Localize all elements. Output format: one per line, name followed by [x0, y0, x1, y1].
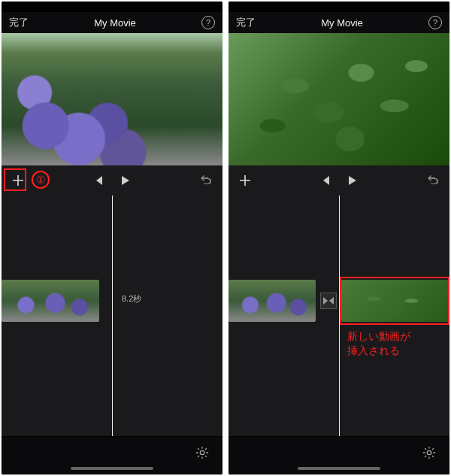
help-icon[interactable]: ?	[428, 16, 442, 29]
playhead[interactable]	[112, 196, 113, 436]
settings-button[interactable]	[418, 441, 440, 464]
clip-1[interactable]	[2, 280, 99, 322]
add-media-button[interactable]	[235, 170, 256, 191]
annotation-line-1: 新しい動画が	[347, 330, 410, 342]
playhead[interactable]	[339, 196, 340, 436]
undo-button[interactable]	[194, 169, 216, 192]
annotation-badge-1: ①	[32, 171, 50, 189]
annotation-line-2: 挿入される	[347, 344, 400, 356]
help-icon[interactable]: ?	[201, 16, 215, 29]
undo-button[interactable]	[421, 169, 443, 192]
clip-duration-label: 8.2秒	[122, 293, 141, 305]
transition-icon[interactable]	[320, 293, 337, 309]
done-button[interactable]: 完了	[9, 16, 29, 29]
bottom-bar	[2, 437, 222, 474]
svg-point-0	[200, 450, 204, 454]
preview-viewer[interactable]	[2, 33, 222, 165]
phone-left: 完了 My Movie ? ① 8.2秒	[2, 2, 222, 474]
svg-point-1	[427, 450, 431, 454]
bottom-bar	[229, 437, 449, 474]
preview-viewer[interactable]	[229, 33, 449, 165]
top-bar: 完了 My Movie ?	[2, 12, 222, 33]
play-button[interactable]	[114, 169, 136, 192]
project-title: My Movie	[94, 17, 136, 29]
play-button[interactable]	[341, 169, 363, 192]
annotation-text: 新しい動画が 挿入される	[347, 329, 410, 358]
done-button[interactable]: 完了	[236, 16, 256, 29]
timeline[interactable]: 8.2秒	[2, 196, 222, 436]
settings-button[interactable]	[191, 441, 213, 464]
timeline[interactable]: 新しい動画が 挿入される	[229, 196, 449, 436]
phone-right: 完了 My Movie ? 新しい動画が 挿入される	[229, 2, 449, 474]
add-media-button[interactable]	[8, 170, 29, 191]
status-bar	[2, 2, 222, 12]
top-bar: 完了 My Movie ?	[229, 12, 449, 33]
project-title: My Movie	[321, 17, 363, 29]
edit-toolbar	[229, 165, 449, 196]
skip-back-button[interactable]	[313, 169, 336, 192]
skip-back-button[interactable]	[86, 169, 109, 192]
status-bar	[229, 2, 449, 12]
home-indicator[interactable]	[298, 467, 380, 470]
clip-1[interactable]	[229, 280, 316, 322]
edit-toolbar: ①	[2, 165, 222, 196]
clip-2-new[interactable]	[341, 280, 449, 322]
home-indicator[interactable]	[71, 467, 153, 470]
